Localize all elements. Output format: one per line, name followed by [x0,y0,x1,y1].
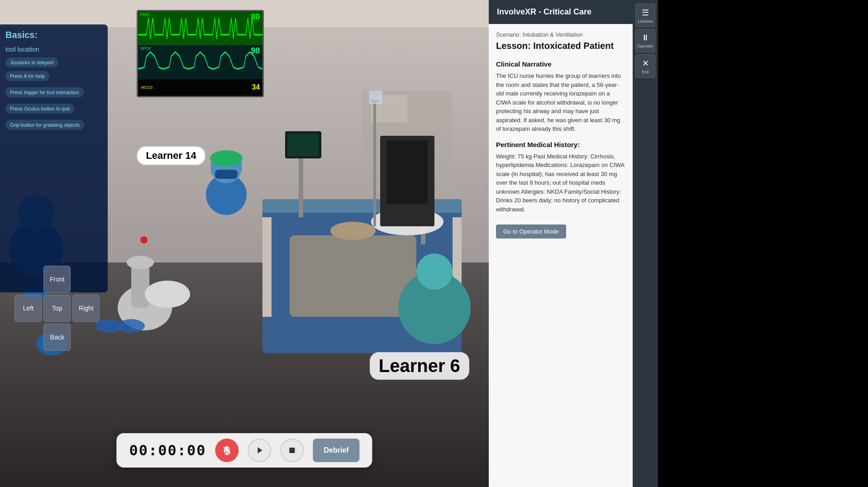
medical-history-title: Pertinent Medical History: [496,141,625,148]
svg-rect-7 [262,217,272,317]
panel-content: Scenario: Intubation & Ventilation Lesso… [489,24,633,487]
svg-marker-43 [258,447,262,454]
play-icon [256,446,264,454]
nav-right-button[interactable]: Right [72,295,100,322]
nav-empty-1 [14,266,42,293]
svg-point-25 [210,150,243,167]
sidebar-icons: ☰ Lessons ⏸ Operator ✕ Exit [633,0,658,487]
transport-bar: 00:00:00 Debrief [116,433,372,468]
nav-top-button[interactable]: Top [43,295,71,322]
sidebar-item-exit[interactable]: ✕ Exit [635,54,655,78]
lessons-label: Lessons [638,19,653,24]
learner-6-label: Learner 6 [370,352,469,380]
svg-rect-17 [369,91,382,104]
nav-empty-3 [14,324,42,351]
medical-history-text: Weight: 75 kg Past Medical History: Cirr… [496,152,625,214]
debrief-button[interactable]: Debrief [313,439,360,462]
exit-label: Exit [642,70,649,74]
operator-icon: ⏸ [641,33,649,43]
clinical-narrative-title: Clinical Narrative [496,60,625,68]
spo2-waveform [138,43,262,77]
timer-display: 00:00:00 [129,442,206,459]
svg-point-33 [127,256,154,269]
svg-point-34 [145,281,190,308]
tutorial-item-4: Grip button for grabbing objects [5,120,84,130]
svg-point-35 [140,236,148,244]
nav-empty-4 [72,324,100,351]
sidebar-item-lessons[interactable]: ☰ Lessons [635,4,655,27]
right-panel: InvolveXR - Critical Care Scenario: Intu… [489,0,633,487]
stop-button[interactable] [281,439,304,462]
navigation-controls: Front Left Top Right Back [14,266,100,351]
svg-rect-44 [290,448,295,453]
channel3-label: etCO2 [141,85,153,90]
clinical-narrative-text: The ICU nurse hurries the group of learn… [496,72,625,134]
mute-button[interactable] [215,439,239,462]
monitor-ecg-channel: Pleth 80 [138,11,262,45]
svg-rect-15 [373,100,376,226]
tutorial-item-3: Press Oculus button to quit [5,104,74,114]
svg-rect-20 [287,134,319,156]
lesson-title: Lesson: Intoxicated Patient [496,41,625,51]
tutorial-item-0: Joysticks to teleport [5,57,58,67]
operator-mode-button[interactable]: Go to Operator Mode [496,224,566,239]
patient-monitor: Pleth 80 SPO2 98 etCO2 34 [137,10,264,98]
nav-back-button[interactable]: Back [43,324,71,351]
svg-rect-26 [215,170,238,179]
svg-rect-14 [387,140,428,204]
svg-point-22 [416,253,453,290]
nav-empty-2 [72,266,100,293]
ecg-waveform [138,10,262,43]
vr-viewport: Basics: tool location Joysticks to telep… [0,0,489,487]
stop-icon [289,447,296,454]
tutorial-item-2: Press trigger for tool interaction [5,87,84,97]
tutorial-location: tool location [5,46,102,53]
microphone-icon [222,445,232,455]
monitor-etco2-channel: etCO2 34 [138,79,262,96]
lessons-icon: ☰ [642,8,649,18]
svg-point-37 [118,319,145,333]
nav-left-button[interactable]: Left [14,295,42,322]
operator-label: Operator [637,44,653,48]
tutorial-title: Basics: [5,30,102,40]
learner-14-label: Learner 14 [137,146,205,165]
sidebar-item-operator[interactable]: ⏸ Operator [635,29,655,53]
play-button[interactable] [248,439,272,462]
nav-front-button[interactable]: Front [43,266,71,293]
scenario-label: Scenario: Intubation & Ventilation [496,31,625,38]
panel-header: InvolveXR - Critical Care [489,0,633,24]
tutorial-panel: Basics: tool location Joysticks to telep… [0,24,108,292]
app-title: InvolveXR - Critical Care [497,7,591,16]
monitor-spo2-channel: SPO2 98 [138,45,262,79]
tutorial-item-1: Press A for help [5,71,49,81]
channel3-value: 34 [252,83,260,91]
exit-icon: ✕ [642,58,649,68]
svg-rect-12 [290,235,416,317]
